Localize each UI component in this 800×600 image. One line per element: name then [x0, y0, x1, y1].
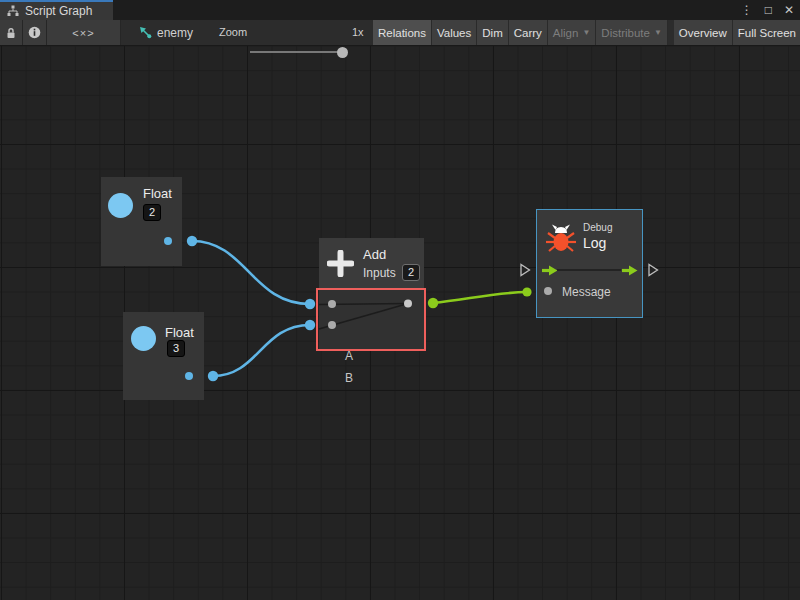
code-view-button[interactable]: <×>: [47, 20, 121, 45]
lock-icon: [5, 27, 17, 39]
float-value-input[interactable]: 3: [167, 340, 185, 357]
float-type-icon: [131, 326, 156, 351]
info-icon: [28, 26, 41, 39]
carry-label: Carry: [514, 27, 542, 39]
zoom-value: 1x: [352, 20, 364, 45]
carry-button[interactable]: Carry: [509, 20, 548, 45]
dim-label: Dim: [482, 27, 502, 39]
tab-script-graph[interactable]: Script Graph: [0, 0, 113, 20]
graph-name-label: enemy: [157, 26, 193, 40]
info-button[interactable]: [23, 20, 47, 45]
relations-label: Relations: [378, 27, 426, 39]
dim-button[interactable]: Dim: [477, 20, 508, 45]
message-port-label: Message: [562, 285, 611, 299]
align-button[interactable]: Align ▼: [548, 20, 597, 45]
script-graph-icon: [7, 5, 19, 17]
title-bar: Script Graph ⋮ □ ✕: [0, 0, 800, 20]
inputs-label: Inputs: [363, 266, 396, 280]
node-title: Float: [143, 186, 172, 201]
fullscreen-label: Full Screen: [738, 27, 796, 39]
zoom-label: Zoom: [219, 20, 247, 45]
flow-in-arrow-icon[interactable]: [542, 265, 558, 276]
node-category: Debug: [583, 222, 612, 233]
inputs-count-input[interactable]: 2: [402, 264, 420, 281]
chevron-down-icon: ▼: [582, 28, 590, 37]
port-a-label: A: [345, 349, 353, 363]
window-menu-icon[interactable]: ⋮: [741, 0, 753, 20]
values-button[interactable]: Values: [432, 20, 477, 45]
flow-out-arrow-icon[interactable]: [622, 265, 638, 276]
float-node-2[interactable]: Float 3: [123, 312, 204, 400]
fullscreen-button[interactable]: Full Screen: [733, 20, 800, 45]
chevron-down-icon: ▼: [654, 28, 662, 37]
window-maximize-icon[interactable]: □: [765, 0, 772, 20]
graph-toolbar: <×> enemy Zoom 1x Relations Values Dim C…: [0, 20, 800, 46]
distribute-label: Distribute: [601, 27, 650, 39]
bug-icon: [544, 221, 578, 253]
node-title: Log: [583, 235, 606, 251]
zoom-slider-handle[interactable]: [337, 47, 348, 58]
relations-button[interactable]: Relations: [373, 20, 432, 45]
port-b-label: B: [345, 371, 353, 385]
overview-label: Overview: [679, 27, 727, 39]
float-type-icon: [108, 193, 133, 218]
selection-rectangle: [316, 288, 426, 351]
add-node-header: Add Inputs 2: [319, 238, 424, 290]
graph-breadcrumb[interactable]: enemy: [139, 20, 193, 45]
debug-log-node[interactable]: Debug Log Message: [536, 209, 643, 318]
window-close-icon[interactable]: ✕: [784, 0, 794, 20]
tab-title: Script Graph: [25, 4, 92, 18]
distribute-button[interactable]: Distribute ▼: [596, 20, 668, 45]
align-label: Align: [553, 27, 579, 39]
node-title: Add: [363, 247, 386, 262]
lock-button[interactable]: [0, 20, 23, 45]
graph-asset-icon: [139, 26, 152, 39]
overview-button[interactable]: Overview: [674, 20, 733, 45]
float-node-1[interactable]: Float 2: [101, 177, 182, 266]
float-value-input[interactable]: 2: [143, 204, 161, 221]
node-title: Float: [165, 325, 194, 340]
code-icon: <×>: [72, 27, 94, 39]
values-label: Values: [437, 27, 471, 39]
plus-icon: [327, 250, 354, 277]
zoom-slider-track[interactable]: [250, 51, 345, 53]
